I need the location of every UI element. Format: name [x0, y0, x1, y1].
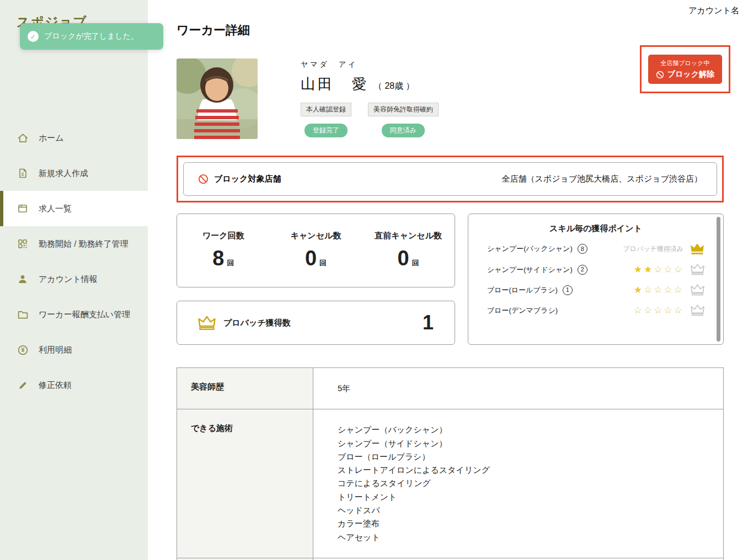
qr-code-icon — [15, 238, 30, 249]
qualification-list: 本人確認登録 登録完了 美容師免許取得確約 同意済み — [301, 103, 724, 137]
table-row: 美容師歴 5年 — [177, 368, 723, 409]
probatch-label: プロバッチ獲得数 — [223, 318, 291, 328]
status-badge: 登録完了 — [304, 124, 348, 137]
skill-name: シャンプー(サイドシャン) — [487, 265, 573, 275]
qualification-label: 本人確認登録 — [301, 103, 351, 116]
table-row-value: シャンプー（バックシャン） シャンプー（サイドシャン） ブロー（ロールブラシ） … — [313, 409, 723, 558]
block-target-highlight-box: ブロック対象店舗 全店舗（スポジョブ池尻大橋店、スポジョブ渋谷店） — [177, 156, 724, 202]
worker-photo — [177, 58, 258, 139]
block-icon — [198, 174, 209, 184]
stat-work-count: ワーク回数 8回 — [177, 231, 270, 270]
check-icon: ✓ — [28, 31, 39, 42]
sidebar-item-label: 新規求人作成 — [39, 168, 88, 179]
block-target-card: ブロック対象店舗 全店舗（スポジョブ池尻大橋店、スポジョブ渋谷店） — [183, 162, 717, 196]
star-rating: ★★☆☆☆ — [634, 264, 684, 275]
sidebar: スポジョブ ホーム 新規求人作成 求人一覧 — [0, 0, 148, 560]
stat-cancel-count: キャンセル数 0回 — [270, 231, 362, 270]
app-root: スポジョブ ホーム 新規求人作成 求人一覧 — [0, 0, 748, 560]
stat-value: 0 — [305, 247, 317, 270]
stat-label: キャンセル数 — [270, 231, 362, 241]
worker-profile: ヤマダ アイ 山田 愛 （ 28歳 ） 本人確認登録 登録完了 美容師免許取得確… — [177, 58, 724, 139]
star-rating: ★☆☆☆☆ — [634, 284, 684, 296]
star-rating: ☆☆☆☆☆ — [634, 305, 684, 316]
page-title: ワーカー詳細 — [177, 22, 724, 39]
sidebar-item-home[interactable]: ホーム — [0, 120, 148, 156]
block-status-label: 全店舗ブロック中 — [656, 59, 714, 67]
skill-name: ブロー(ロールブラシ) — [487, 285, 558, 295]
stat-value: 0 — [398, 247, 409, 270]
unblock-button-label: ブロック解除 — [667, 70, 714, 79]
skill-row: ブロー(ロールブラシ) 1 ★☆☆☆☆ — [487, 284, 704, 296]
unblock-button[interactable]: 全店舗ブロック中 ブロック解除 — [648, 55, 722, 84]
work-stats-card: ワーク回数 8回 キャンセル数 0回 直前キャンセル数 0回 — [177, 214, 455, 287]
table-row-label: できる施術 — [177, 409, 313, 558]
probatch-value: 1 — [423, 311, 434, 334]
sidebar-item-account-info[interactable]: アカウント情報 — [0, 262, 148, 297]
skill-points-title: スキル毎の獲得ポイント — [487, 223, 704, 234]
account-name[interactable]: アカウント名 — [688, 6, 739, 16]
qualification-license: 美容師免許取得確約 同意済み — [368, 103, 439, 137]
sidebar-item-usage-detail[interactable]: ¥ 利用明細 — [0, 332, 148, 367]
table-row-label: 美容師歴 — [177, 368, 313, 409]
sidebar-item-label: 勤務開始 / 勤務終了管理 — [39, 239, 129, 249]
unblock-highlight-box: 全店舗ブロック中 ブロック解除 — [640, 45, 730, 93]
toast-success: ✓ ブロックが完了しました。 — [20, 23, 163, 50]
skill-card-scrollbar[interactable] — [717, 217, 720, 342]
stat-unit: 回 — [319, 259, 327, 267]
qualification-label: 美容師免許取得確約 — [368, 103, 439, 116]
table-row: できる施術 シャンプー（バックシャン） シャンプー（サイドシャン） ブロー（ロー… — [177, 409, 723, 558]
pencil-icon — [15, 380, 30, 391]
main-content: ワーカー詳細 — [148, 0, 748, 560]
yen-icon: ¥ — [15, 344, 30, 356]
sidebar-item-label: 修正依頼 — [39, 380, 72, 391]
skill-count-badge: 1 — [563, 285, 573, 295]
sidebar-item-label: 求人一覧 — [39, 204, 72, 214]
sidebar-item-new-job[interactable]: 新規求人作成 — [0, 156, 148, 191]
skill-count-badge: 8 — [578, 244, 587, 254]
qualification-identity: 本人確認登録 登録完了 — [301, 103, 351, 137]
probatch-card: プロバッチ獲得数 1 — [177, 301, 455, 345]
home-icon — [15, 132, 30, 144]
skill-points-card: スキル毎の獲得ポイント シャンプー(バックシャン) 8 プロバッチ獲得済み — [468, 214, 724, 345]
skill-count-badge: 2 — [578, 265, 587, 275]
stat-unit: 回 — [227, 259, 234, 267]
stat-label: ワーク回数 — [177, 231, 270, 241]
folder-icon — [15, 309, 30, 321]
person-icon — [15, 274, 30, 285]
sidebar-item-job-list[interactable]: 求人一覧 — [0, 191, 148, 226]
stat-last-minute-cancel-count: 直前キャンセル数 0回 — [362, 231, 455, 270]
block-target-label: ブロック対象店舗 — [214, 174, 281, 184]
status-badge: 同意済み — [382, 124, 425, 137]
sidebar-item-label: ワーカー報酬支払い管理 — [39, 310, 130, 320]
sidebar-item-shift-management[interactable]: 勤務開始 / 勤務終了管理 — [0, 226, 148, 262]
sidebar-item-label: ホーム — [39, 133, 64, 143]
worker-age: （ 28歳 ） — [373, 81, 415, 92]
stat-unit: 回 — [412, 259, 419, 267]
table-row-value: 5年 — [313, 368, 723, 409]
document-icon — [15, 168, 30, 179]
crown-icon — [691, 305, 704, 316]
crown-icon — [690, 243, 704, 255]
block-target-value: 全店舗（スポジョブ池尻大橋店、スポジョブ渋谷店） — [501, 174, 702, 184]
sidebar-item-label: アカウント情報 — [39, 274, 98, 285]
skill-row: シャンプー(バックシャン) 8 プロバッチ獲得済み — [487, 243, 704, 255]
svg-text:¥: ¥ — [21, 346, 24, 353]
probatch-acquired-label: プロバッチ獲得済み — [623, 244, 683, 254]
job-list-icon — [15, 203, 30, 214]
worker-detail-table: 美容師歴 5年 できる施術 シャンプー（バックシャン） シャンプー（サイドシャン… — [177, 367, 724, 560]
crown-icon — [691, 264, 704, 275]
sidebar-item-correction-request[interactable]: 修正依頼 — [0, 367, 148, 403]
crown-icon — [691, 284, 704, 296]
skill-row: シャンプー(サイドシャン) 2 ★★☆☆☆ — [487, 264, 704, 275]
stat-label: 直前キャンセル数 — [362, 231, 455, 241]
skill-row: ブロー(デンマブラシ) ☆☆☆☆☆ — [487, 305, 704, 316]
crown-icon — [198, 316, 216, 330]
skill-name: シャンプー(バックシャン) — [487, 244, 573, 254]
block-icon — [656, 71, 664, 79]
sidebar-item-worker-payment[interactable]: ワーカー報酬支払い管理 — [0, 297, 148, 332]
sidebar-nav: ホーム 新規求人作成 求人一覧 勤務開始 / 勤務終了管理 — [0, 120, 148, 403]
stat-value: 8 — [212, 247, 224, 270]
toast-message: ブロックが完了しました。 — [44, 31, 138, 41]
worker-name: 山田 愛 — [301, 74, 369, 94]
summary-cards: ワーク回数 8回 キャンセル数 0回 直前キャンセル数 0回 — [177, 214, 724, 345]
